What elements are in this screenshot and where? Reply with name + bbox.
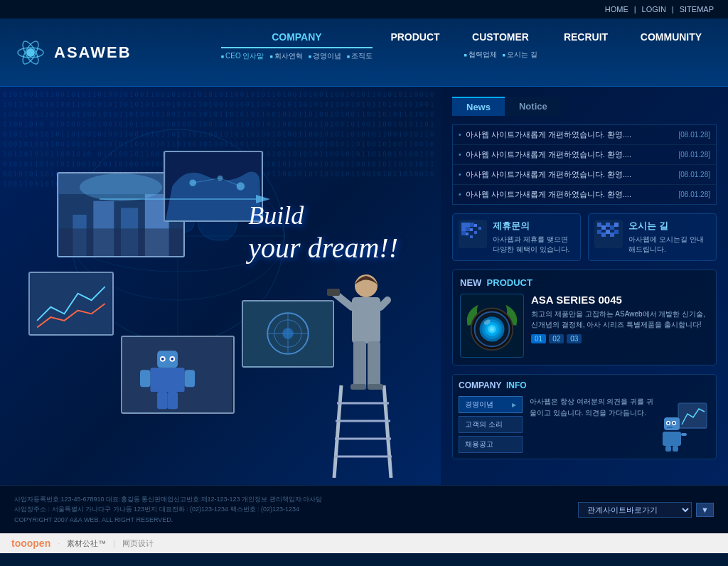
svg-rect-57 <box>368 384 383 390</box>
svg-rect-61 <box>461 227 466 231</box>
ci-arrow-management: ▶ <box>512 402 516 408</box>
nav-product[interactable]: PRODUCT <box>373 31 458 47</box>
svg-rect-33 <box>157 392 167 409</box>
news-date: [08.01.28] <box>679 131 710 139</box>
hero-arrow <box>100 192 270 206</box>
nav-community[interactable]: COMMUNITY <box>628 31 714 47</box>
nav-sub-directions[interactable]: 오시는 길 <box>503 50 537 60</box>
nav-community-title[interactable]: COMMUNITY <box>628 31 714 47</box>
nav-sub-ceo[interactable]: CEO 인사말 <box>221 51 264 61</box>
nav-customer-subs: 협력업체 오시는 길 <box>458 50 543 60</box>
ci-menu-label-recruit: 채용공고 <box>465 439 493 449</box>
np-desc: 최고의 제품만을 고집하는 ASAweb에서 개발한 신기술, 신개념의 결정체… <box>531 309 709 330</box>
person-on-ladder <box>320 272 419 478</box>
np-num-2[interactable]: 02 <box>549 334 564 343</box>
home-link[interactable]: HOME <box>605 5 628 14</box>
news-text: 아사웹 사이트가새롭게 개편하였습니다. 환영.... <box>466 149 673 160</box>
nav-recruit-title[interactable]: RECRUIT <box>543 31 628 47</box>
tagline-line2: your dream!! <box>248 232 398 264</box>
svg-line-52 <box>380 300 387 307</box>
np-num-1[interactable]: 01 <box>531 334 546 343</box>
nav-company[interactable]: COMPANY CEO 인사말 회사연혁 경영이념 조직도 <box>221 31 373 61</box>
ci-menu-label-voice: 고객의 소리 <box>465 420 503 429</box>
tab-notice[interactable]: Notice <box>505 97 562 116</box>
related-sites-btn[interactable]: ▼ <box>696 503 714 517</box>
ci-info-label: INFO <box>506 380 527 390</box>
svg-rect-92 <box>678 403 707 428</box>
logo-icon <box>14 36 47 69</box>
ci-content: 아사웹은 항상 여러분의 의견을 귀를 귀울이고 있습니다. 의견을 가다듬니다… <box>530 396 653 453</box>
svg-rect-66 <box>470 228 473 231</box>
nav-recruit[interactable]: RECRUIT <box>543 31 628 47</box>
svg-point-0 <box>26 48 35 57</box>
np-num-3[interactable]: 03 <box>567 334 582 343</box>
quick-card-inquiry[interactable]: 제휴문의 아사웹과 제휴를 맺으면 다양한 혜택이 있습니다. <box>452 213 581 261</box>
nav-customer-title[interactable]: CUSTOMER <box>458 31 543 47</box>
ci-menu-recruit[interactable]: 채용공고 <box>459 436 523 453</box>
ci-robot-area <box>660 396 710 453</box>
svg-rect-73 <box>601 225 606 230</box>
np-body: ASA SERIES 0045 최고의 제품만을 고집하는 ASAweb에서 개… <box>460 294 709 358</box>
svg-rect-60 <box>466 223 470 227</box>
nav-sub-history[interactable]: 회사연혁 <box>269 51 302 61</box>
quick-links: 제휴문의 아사웹과 제휴를 맺으면 다양한 혜택이 있습니다. <box>452 213 717 261</box>
quick-desc-directions: 아사웹에 오시는길 안내해드립니다. <box>628 235 710 255</box>
news-item[interactable]: • 아사웹 사이트가새롭게 개편하였습니다. 환영.... [08.01.28] <box>453 165 716 185</box>
np-header: NEW PRODUCT <box>460 277 709 288</box>
news-text: 아사웹 사이트가새롭게 개편하였습니다. 환영.... <box>466 169 673 180</box>
footer-info-1: 사업자등록번호:123-45-678910 대표:홍길동 통신판매업신고번호:제… <box>14 494 322 504</box>
svg-rect-30 <box>150 368 184 392</box>
nav-sub-org[interactable]: 조직도 <box>347 51 373 61</box>
svg-rect-14 <box>59 228 183 256</box>
panel-robot <box>121 336 235 414</box>
quick-card-directions[interactable]: 오시는 길 아사웹에 오시는길 안내해드립니다. <box>588 213 717 261</box>
svg-rect-74 <box>606 223 610 227</box>
news-item[interactable]: • 아사웹 사이트가새롭게 개편하였습니다. 환영.... [08.01.28] <box>453 185 716 204</box>
svg-point-28 <box>161 358 164 361</box>
quick-info-directions: 오시는 길 아사웹에 오시는길 안내해드립니다. <box>628 220 710 255</box>
svg-rect-68 <box>478 227 481 230</box>
news-item[interactable]: • 아사웹 사이트가새롭게 개편하였습니다. 환영.... [08.01.28] <box>453 145 716 165</box>
panel-chart <box>28 272 114 336</box>
ci-body: 경영이념 ▶ 고객의 소리 채용공고 아사웹은 항상 여러분의 의견을 귀를 귀… <box>459 396 710 453</box>
footer-info: 사업자등록번호:123-45-678910 대표:홍길동 통신판매업신고번호:제… <box>14 494 322 525</box>
logo-text: ASAWEB <box>54 43 132 62</box>
svg-rect-64 <box>461 231 466 235</box>
related-sites-select[interactable]: 관계사이트바로가기 <box>578 502 692 518</box>
svg-rect-34 <box>168 392 178 409</box>
login-link[interactable]: LOGIN <box>642 5 666 14</box>
news-text: 아사웹 사이트가새롭게 개편하였습니다. 환영.... <box>466 129 673 140</box>
svg-rect-55 <box>368 341 380 388</box>
ci-menu-management[interactable]: 경영이념 ▶ <box>459 396 523 413</box>
svg-rect-78 <box>601 233 606 237</box>
nav-sub-partner[interactable]: 협력업체 <box>464 50 496 60</box>
nav-sub-management[interactable]: 경영이념 <box>309 51 341 61</box>
watermark-bar: tooopen · 素材公社™ | 网页设计 <box>0 533 728 553</box>
np-title: ASA SERIES 0045 <box>531 294 709 306</box>
ci-header: COMPANY INFO <box>459 380 710 390</box>
np-numbers: 01 02 03 <box>531 334 709 343</box>
nav-product-title[interactable]: PRODUCT <box>373 31 458 47</box>
news-item[interactable]: • 아사웹 사이트가새롭게 개편하였습니다. 환영.... [08.01.28] <box>453 125 716 145</box>
sep2: | <box>672 5 674 14</box>
np-product-image <box>460 294 524 358</box>
svg-rect-70 <box>470 235 473 238</box>
quick-title-inquiry: 제휴문의 <box>493 220 574 233</box>
right-panel: News Notice • 아사웹 사이트가새롭게 개편하였습니다. 환영...… <box>441 87 728 485</box>
ci-menu-voice[interactable]: 고객의 소리 <box>459 416 523 433</box>
news-list: • 아사웹 사이트가새롭게 개편하였습니다. 환영.... [08.01.28]… <box>452 124 717 205</box>
tagline-line1: Build <box>248 201 304 230</box>
nav-company-title[interactable]: COMPANY <box>221 31 373 48</box>
nav-customer[interactable]: CUSTOMER 협력업체 오시는 길 <box>458 31 543 60</box>
header: ASAWEB COMPANY CEO 인사말 회사연혁 경영이념 조직도 PRO… <box>0 18 728 87</box>
svg-rect-50 <box>352 297 380 343</box>
footer-info-2: 사업장주소 : 서울특별시 가나다구 가나동 123번지 대표전화 : (02)… <box>14 504 322 514</box>
svg-rect-59 <box>461 223 466 227</box>
sitemap-link[interactable]: SITEMAP <box>680 5 714 14</box>
watermark-logo: tooopen <box>11 538 50 549</box>
svg-rect-62 <box>470 223 474 227</box>
svg-rect-65 <box>474 224 477 227</box>
directions-icon <box>594 220 623 248</box>
tab-news[interactable]: News <box>452 97 505 116</box>
svg-rect-69 <box>474 231 477 234</box>
